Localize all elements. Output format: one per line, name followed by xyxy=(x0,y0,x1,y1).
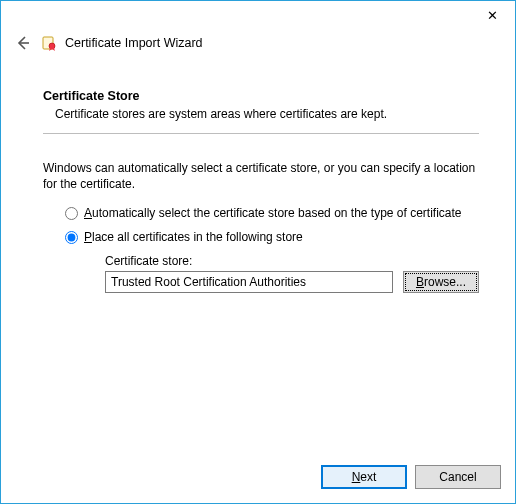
back-arrow-icon xyxy=(15,35,31,51)
radio-auto-select-label[interactable]: Automatically select the certificate sto… xyxy=(84,206,462,220)
radio-auto-select-input[interactable] xyxy=(65,207,78,220)
section-description: Certificate stores are system areas wher… xyxy=(55,107,479,121)
close-icon: ✕ xyxy=(487,8,498,23)
close-button[interactable]: ✕ xyxy=(470,1,515,29)
radio-auto-select[interactable]: Automatically select the certificate sto… xyxy=(65,206,479,220)
cancel-button[interactable]: Cancel xyxy=(415,465,501,489)
certificate-icon xyxy=(41,35,57,51)
next-button[interactable]: Next xyxy=(321,465,407,489)
radio-place-all-label[interactable]: Place all certificates in the following … xyxy=(84,230,303,244)
titlebar: ✕ xyxy=(1,1,515,31)
wizard-header: Certificate Import Wizard xyxy=(1,31,515,53)
intro-text: Windows can automatically select a certi… xyxy=(43,160,479,192)
wizard-window: ✕ Certificate Import Wizard Certificate … xyxy=(0,0,516,504)
wizard-footer: Next Cancel xyxy=(321,465,501,489)
certificate-store-row: Browse... xyxy=(105,271,479,293)
radio-place-all-input[interactable] xyxy=(65,231,78,244)
radio-place-all[interactable]: Place all certificates in the following … xyxy=(65,230,479,244)
wizard-content: Certificate Store Certificate stores are… xyxy=(1,53,515,503)
certificate-store-block: Certificate store: Browse... xyxy=(105,254,479,293)
store-mode-radios: Automatically select the certificate sto… xyxy=(65,206,479,293)
separator xyxy=(43,133,479,134)
back-button[interactable] xyxy=(13,33,33,53)
wizard-title: Certificate Import Wizard xyxy=(65,36,203,50)
browse-button[interactable]: Browse... xyxy=(403,271,479,293)
certificate-store-label: Certificate store: xyxy=(105,254,479,268)
certificate-store-input[interactable] xyxy=(105,271,393,293)
section-heading: Certificate Store xyxy=(43,89,479,103)
